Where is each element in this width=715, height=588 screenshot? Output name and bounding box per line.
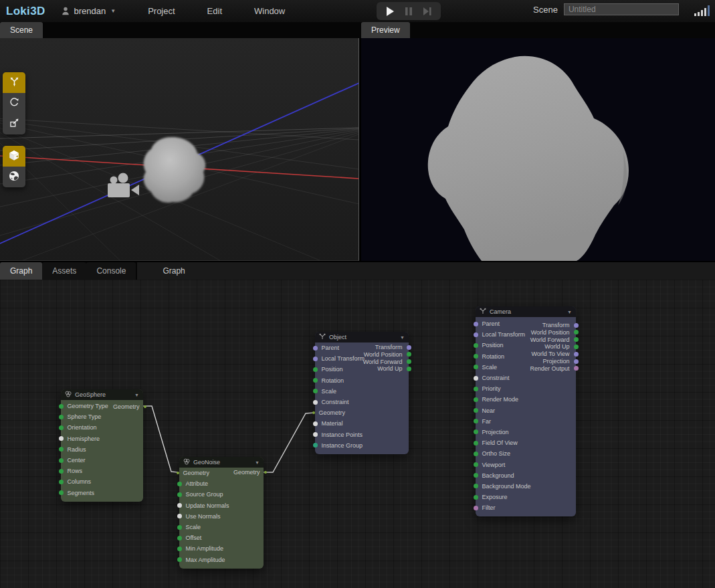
- node-geonoise[interactable]: GeoNoise▼GeometryAttributeSource GroupUp…: [179, 457, 264, 569]
- input-port[interactable]: [313, 346, 318, 351]
- input-port[interactable]: [59, 436, 64, 441]
- move-tool-button[interactable]: [3, 72, 25, 93]
- input-port[interactable]: [177, 514, 182, 518]
- input-port[interactable]: [312, 411, 315, 414]
- input-port[interactable]: [59, 415, 64, 419]
- scene-viewport[interactable]: [0, 38, 359, 261]
- input-port[interactable]: [59, 425, 64, 430]
- user-menu[interactable]: brendan ▼: [61, 6, 116, 16]
- output-port[interactable]: [407, 367, 411, 371]
- input-port[interactable]: [313, 367, 318, 372]
- input-port[interactable]: [474, 408, 478, 413]
- input-port[interactable]: [313, 400, 318, 405]
- menu-window[interactable]: Window: [254, 6, 285, 16]
- output-port[interactable]: [574, 330, 579, 334]
- step-forward-button[interactable]: [419, 4, 435, 19]
- input-port[interactable]: [313, 421, 318, 426]
- input-port[interactable]: [177, 492, 182, 497]
- scene-name-input[interactable]: [564, 3, 679, 15]
- input-port[interactable]: [177, 536, 182, 541]
- output-port[interactable]: [264, 471, 267, 474]
- node-camera[interactable]: Camera▼ParentLocal TransformPositionRota…: [476, 306, 576, 516]
- input-port[interactable]: [177, 547, 182, 551]
- input-port[interactable]: [59, 458, 64, 463]
- input-row: Sphere Type: [61, 411, 143, 422]
- node-wire[interactable]: [264, 413, 314, 472]
- input-port[interactable]: [313, 443, 318, 448]
- input-port[interactable]: [474, 484, 478, 488]
- input-port[interactable]: [313, 378, 318, 383]
- input-port[interactable]: [59, 469, 64, 474]
- input-port[interactable]: [59, 490, 64, 495]
- input-port[interactable]: [474, 354, 478, 359]
- input-port[interactable]: [474, 452, 478, 456]
- tab-assets[interactable]: Assets: [42, 262, 86, 280]
- input-port[interactable]: [474, 506, 478, 510]
- menu-project[interactable]: Project: [148, 6, 175, 16]
- output-port[interactable]: [574, 366, 579, 371]
- output-port[interactable]: [407, 359, 411, 364]
- input-port[interactable]: [59, 480, 64, 484]
- output-port[interactable]: [574, 323, 579, 328]
- scale-tool-button[interactable]: [3, 114, 25, 134]
- node-collapse-caret[interactable]: ▼: [567, 310, 572, 314]
- input-port[interactable]: [59, 447, 64, 452]
- input-port[interactable]: [474, 397, 478, 402]
- input-port[interactable]: [474, 387, 478, 391]
- input-port[interactable]: [474, 441, 478, 446]
- output-port[interactable]: [574, 352, 579, 357]
- input-port[interactable]: [177, 557, 182, 562]
- input-port[interactable]: [474, 343, 478, 348]
- node-collapse-caret[interactable]: ▼: [255, 460, 260, 465]
- input-port[interactable]: [474, 332, 478, 337]
- menu-edit[interactable]: Edit: [207, 6, 222, 16]
- input-port[interactable]: [177, 482, 182, 486]
- output-port[interactable]: [574, 345, 579, 349]
- node-header[interactable]: Object▼: [315, 332, 409, 342]
- node-graph-canvas[interactable]: GeoSphere▼Geometry TypeSphere TypeOrient…: [0, 280, 715, 588]
- input-port[interactable]: [177, 525, 182, 530]
- node-wire[interactable]: [143, 406, 178, 472]
- subtab-graph[interactable]: Graph: [152, 262, 195, 280]
- input-port[interactable]: [474, 322, 478, 326]
- node-header[interactable]: Camera▼: [476, 306, 576, 317]
- pause-button[interactable]: [401, 4, 417, 19]
- input-port[interactable]: [474, 462, 478, 467]
- input-port[interactable]: [474, 365, 478, 369]
- output-port[interactable]: [574, 337, 579, 342]
- node-header[interactable]: GeoSphere▼: [61, 389, 143, 400]
- world-mode-button[interactable]: [3, 167, 25, 187]
- node-object[interactable]: Object▼ParentLocal TransformPositionRota…: [315, 332, 409, 454]
- input-port[interactable]: [177, 503, 182, 508]
- input-port[interactable]: [474, 419, 478, 423]
- input-port[interactable]: [313, 432, 318, 437]
- input-port[interactable]: [474, 473, 478, 478]
- output-row: Geometry: [233, 469, 264, 476]
- node-header[interactable]: GeoNoise▼: [179, 457, 264, 468]
- preview-viewport[interactable]: [361, 38, 715, 261]
- input-port[interactable]: [177, 472, 179, 474]
- input-port[interactable]: [313, 357, 318, 361]
- transform-toolbar: [3, 72, 25, 134]
- stats-bars-icon[interactable]: [694, 5, 710, 16]
- node-collapse-caret[interactable]: ▼: [134, 393, 139, 397]
- output-port[interactable]: [144, 405, 146, 408]
- input-port[interactable]: [474, 495, 478, 500]
- tab-scene[interactable]: Scene: [0, 22, 43, 38]
- port-label: Instance Group: [322, 442, 363, 449]
- input-port[interactable]: [474, 429, 478, 434]
- tab-console[interactable]: Console: [86, 262, 136, 280]
- object-mode-button[interactable]: [3, 146, 25, 167]
- output-port[interactable]: [574, 359, 579, 364]
- output-port[interactable]: [407, 345, 411, 350]
- tab-graph[interactable]: Graph: [0, 262, 42, 280]
- tab-preview[interactable]: Preview: [361, 22, 410, 38]
- node-collapse-caret[interactable]: ▼: [400, 335, 405, 340]
- rotate-tool-button[interactable]: [3, 93, 25, 114]
- output-port[interactable]: [407, 352, 411, 357]
- input-port[interactable]: [474, 376, 478, 381]
- play-button[interactable]: [382, 4, 398, 19]
- input-port[interactable]: [313, 389, 318, 393]
- node-geosphere[interactable]: GeoSphere▼Geometry TypeSphere TypeOrient…: [61, 389, 143, 502]
- input-port[interactable]: [59, 404, 64, 409]
